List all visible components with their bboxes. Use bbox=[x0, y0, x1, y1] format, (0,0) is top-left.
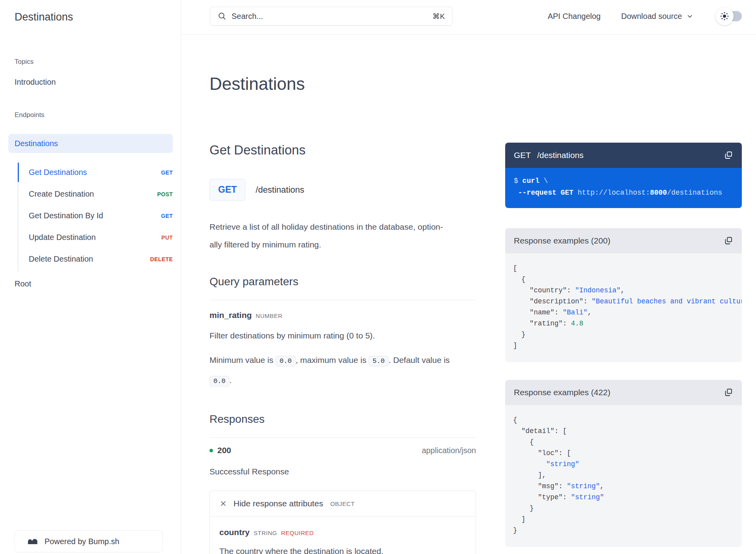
sidebar-section-endpoints: Endpoints bbox=[15, 111, 181, 119]
code-line: ] bbox=[513, 514, 734, 525]
chevron-down-icon bbox=[686, 12, 694, 20]
response-example-200-title: Response examples (200) bbox=[514, 236, 610, 245]
code-line: "description": "Beautiful beaches and vi… bbox=[513, 296, 734, 307]
code-line: { bbox=[513, 415, 734, 426]
sidebar-operation-get-destinations[interactable]: Get DestinationsGET bbox=[29, 162, 173, 183]
code-line: --request GET http://localhost:8000/dest… bbox=[514, 187, 733, 199]
topbar-nav: API Changelog Download source bbox=[548, 11, 742, 21]
operation-label: Create Destination bbox=[29, 190, 94, 199]
parameter-type: NUMBER bbox=[256, 312, 282, 319]
curl-code-block: $ curl \ --request GET http://localhost:… bbox=[505, 168, 742, 208]
code-line: { bbox=[513, 437, 734, 448]
close-icon bbox=[219, 500, 227, 508]
copy-icon[interactable] bbox=[724, 151, 733, 160]
sidebar: Destinations Topics Introduction Endpoin… bbox=[0, 0, 181, 554]
method-chip-get: GET bbox=[209, 179, 245, 201]
status-dot-icon bbox=[209, 449, 213, 452]
response-example-200-header: Response examples (200) bbox=[505, 228, 742, 253]
request-example-card: GET /destinations $ curl \ --request GET… bbox=[505, 143, 742, 208]
api-changelog-link[interactable]: API Changelog bbox=[548, 12, 601, 21]
response-example-422-card: Response examples (422) { "detail": [ { … bbox=[505, 380, 742, 547]
operation-method-badge: GET bbox=[161, 169, 173, 176]
parameter-description: Filter destinations by minimum rating (0… bbox=[209, 331, 476, 340]
code-line: "detail": [ bbox=[513, 426, 734, 437]
code-line: } bbox=[513, 329, 734, 340]
operation-label: Get Destination By Id bbox=[29, 211, 103, 220]
response-example-422-title: Response examples (422) bbox=[514, 388, 610, 397]
code-line: } bbox=[513, 525, 734, 536]
powered-by-button[interactable]: Powered by Bump.sh bbox=[15, 530, 163, 552]
code-line: "msg": "string", bbox=[513, 481, 734, 492]
max-value-chip: 5.0 bbox=[369, 356, 389, 366]
code-line: "name": "Bali", bbox=[513, 307, 734, 318]
request-method: GET bbox=[514, 151, 531, 160]
copy-icon[interactable] bbox=[724, 236, 733, 245]
topbar: ⌘K API Changelog Download source bbox=[182, 0, 756, 35]
attribute-row: country STRING REQUIRED The country wher… bbox=[210, 517, 476, 554]
page-title: Destinations bbox=[209, 74, 476, 94]
response-example-422-header: Response examples (422) bbox=[505, 380, 742, 405]
code-line: [ bbox=[513, 263, 734, 274]
code-line: "rating": 4.8 bbox=[513, 318, 734, 329]
response-example-200-card: Response examples (200) [ { "country": "… bbox=[505, 228, 742, 362]
operation-method-badge: POST bbox=[157, 191, 173, 197]
sidebar-item-destinations[interactable]: Destinations bbox=[8, 134, 173, 153]
code-line: } bbox=[513, 503, 734, 514]
request-path: /destinations bbox=[537, 151, 584, 160]
operation-method-badge: DELETE bbox=[150, 256, 173, 262]
sun-icon bbox=[720, 11, 729, 21]
code-line: ], bbox=[513, 470, 734, 481]
operation-label: Update Destination bbox=[29, 233, 96, 242]
code-line: { bbox=[513, 274, 734, 285]
attribute-header: country STRING REQUIRED bbox=[219, 528, 466, 537]
min-value-chip: 0.0 bbox=[276, 356, 296, 366]
code-line: "country": "Indonesia", bbox=[513, 285, 734, 296]
sidebar-operation-create-destination[interactable]: Create DestinationPOST bbox=[29, 183, 173, 205]
parameter-name: min_rating bbox=[209, 310, 252, 320]
status-code: 200 bbox=[217, 446, 231, 455]
code-line: $ curl \ bbox=[514, 175, 733, 187]
theme-toggle[interactable] bbox=[717, 11, 742, 21]
parameter-header: min_rating NUMBER bbox=[209, 310, 476, 320]
main-content: Destinations Get Destinations GET /desti… bbox=[209, 35, 476, 554]
download-source-link[interactable]: Download source bbox=[621, 12, 694, 21]
sidebar-operation-update-destination[interactable]: Update DestinationPUT bbox=[29, 227, 173, 248]
operation-method-badge: PUT bbox=[161, 234, 173, 241]
code-line: "loc": [ bbox=[513, 448, 734, 459]
divider bbox=[209, 437, 476, 438]
hide-attributes-toggle[interactable]: Hide response attributes OBJECT bbox=[210, 491, 476, 517]
query-parameters-heading: Query parameters bbox=[209, 275, 476, 288]
attribute-name: country bbox=[219, 528, 250, 537]
code-line: "type": "string" bbox=[513, 492, 734, 503]
response-example-200-code: [ { "country": "Indonesia", "description… bbox=[505, 253, 742, 362]
theme-toggle-knob bbox=[715, 7, 734, 25]
sidebar-operation-get-destination-by-id[interactable]: Get Destination By IdGET bbox=[29, 205, 173, 227]
attributes-object-type: OBJECT bbox=[330, 500, 355, 507]
search-shortcut: ⌘K bbox=[432, 12, 445, 21]
operation-label: Get Destinations bbox=[29, 168, 87, 177]
content-type: application/json bbox=[422, 446, 476, 455]
sidebar-section-topics: Topics bbox=[15, 58, 181, 66]
search-input[interactable] bbox=[232, 12, 428, 21]
divider bbox=[209, 300, 476, 300]
copy-icon[interactable] bbox=[724, 388, 733, 397]
endpoint-row: GET /destinations bbox=[209, 179, 476, 201]
sidebar-api-title: Destinations bbox=[15, 11, 181, 23]
attribute-type: STRING bbox=[254, 530, 277, 536]
parameter-constraints: Minimum value is 0.0, maximum value is 5… bbox=[209, 351, 476, 391]
response-status-row: 200 application/json bbox=[209, 446, 476, 455]
hide-attributes-label: Hide response attributes bbox=[233, 499, 323, 508]
operation-title: Get Destinations bbox=[209, 143, 476, 158]
code-line: ] bbox=[513, 340, 734, 351]
endpoint-path: /destinations bbox=[256, 185, 304, 195]
sidebar-operation-delete-destination[interactable]: Delete DestinationDELETE bbox=[29, 248, 173, 270]
sidebar-item-root[interactable]: Root bbox=[15, 279, 181, 288]
sidebar-item-introduction[interactable]: Introduction bbox=[15, 78, 181, 87]
sidebar-operations-list: Get DestinationsGETCreate DestinationPOS… bbox=[18, 160, 181, 271]
powered-by-label: Powered by Bump.sh bbox=[44, 537, 119, 546]
responses-heading: Responses bbox=[209, 413, 476, 426]
search-box[interactable]: ⌘K bbox=[210, 7, 452, 26]
right-panel: GET /destinations $ curl \ --request GET… bbox=[505, 35, 742, 547]
default-value-chip: 0.0 bbox=[209, 376, 230, 387]
response-example-422-code: { "detail": [ { "loc": [ "string" ], "ms… bbox=[505, 405, 742, 547]
